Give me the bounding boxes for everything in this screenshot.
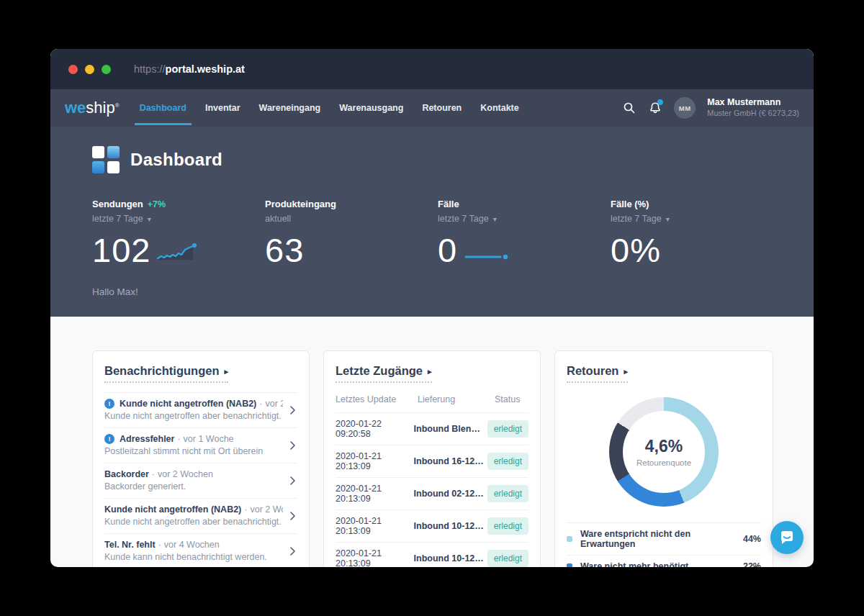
notification-time: vor 2 Wochen bbox=[158, 469, 213, 479]
notifications-card-title[interactable]: Benachrichtigungen bbox=[104, 364, 228, 383]
table-row[interactable]: 2020-01-21 20:13:09 Inbound 10-12-20… er… bbox=[336, 543, 528, 567]
page-title: Dashboard bbox=[130, 150, 222, 170]
notifications-list: Kunde nicht angetroffen (NAB2)·vor 2 Stu… bbox=[104, 392, 297, 567]
list-item[interactable]: Kunde nicht angetroffen (NAB2)·vor 2 Stu… bbox=[104, 393, 297, 428]
col-header-delivery: Lieferung bbox=[418, 394, 492, 404]
nav-item-retouren[interactable]: Retouren bbox=[422, 103, 462, 113]
window-controls bbox=[68, 65, 111, 74]
notifications-bell-icon[interactable] bbox=[648, 101, 662, 115]
nav-item-inventar[interactable]: Inventar bbox=[205, 103, 240, 113]
legend-item: Ware nicht mehr benötigt 22% bbox=[567, 556, 761, 567]
stat-value: 102 bbox=[92, 233, 150, 267]
row-delivery: Inbound 16-12-20… bbox=[414, 456, 485, 466]
stat-faelle-prozent: Fälle (%) letzte 7 Tage 0% bbox=[611, 199, 783, 267]
stat-value: 63 bbox=[265, 233, 304, 267]
close-window-icon[interactable] bbox=[68, 65, 78, 74]
avatar[interactable]: MM bbox=[674, 97, 696, 119]
greeting-text: Hallo Max! bbox=[92, 286, 138, 297]
notification-time: vor 2 Stunden bbox=[265, 399, 283, 409]
donut-center-value: 4,6% bbox=[645, 437, 683, 456]
url-host: portal.weship.at bbox=[166, 63, 245, 75]
separator: · bbox=[152, 469, 155, 479]
separator: · bbox=[259, 399, 262, 409]
notification-title: Backorder bbox=[104, 469, 149, 479]
stat-sendungen: Sendungen+7% letzte 7 Tage 102 bbox=[92, 199, 265, 267]
row-delivery: Inbound 02-12-20… bbox=[414, 489, 485, 499]
stat-value: 0 bbox=[438, 233, 457, 267]
notification-time: vor 1 Woche bbox=[184, 434, 234, 444]
notification-desc: Backorder generiert. bbox=[104, 481, 283, 492]
maximize-window-icon[interactable] bbox=[102, 65, 111, 74]
donut-legend: Ware entspricht nicht den Erwartungen 44… bbox=[567, 522, 761, 567]
chat-bubble-icon bbox=[778, 529, 796, 546]
logo-registered-mark: ® bbox=[115, 102, 120, 109]
notifications-card: Benachrichtigungen Kunde nicht angetroff… bbox=[92, 350, 310, 567]
returns-card-title[interactable]: Retouren bbox=[567, 364, 628, 383]
recent-entries-card: Letzte Zugänge Letztes Update Lieferung … bbox=[323, 350, 541, 567]
legend-swatch bbox=[567, 536, 572, 542]
table-row[interactable]: 2020-01-21 20:13:09 Inbound 02-12-20… er… bbox=[336, 478, 528, 510]
row-delivery: Inbound 10-12-20… bbox=[414, 521, 485, 531]
chevron-right-icon bbox=[287, 510, 297, 522]
nav-item-wareneingang[interactable]: Wareneingang bbox=[259, 103, 321, 113]
navbar-right: MM Max Mustermann Muster GmbH (€ 6273,23… bbox=[622, 97, 799, 119]
status-badge: erledigt bbox=[487, 485, 528, 502]
list-item[interactable]: Backorder·vor 2 Wochen Backorder generie… bbox=[104, 463, 297, 499]
donut-center-label: Retourenquote bbox=[636, 458, 691, 467]
user-company: Muster GmbH (€ 6273,23) bbox=[707, 109, 799, 119]
faelle-sparkline bbox=[463, 241, 510, 264]
nav-menu: Dashboard Inventar Wareneingang Warenaus… bbox=[140, 103, 519, 113]
table-row[interactable]: 2020-01-21 20:13:09 Inbound 16-12-20… er… bbox=[336, 445, 528, 478]
status-badge: erledigt bbox=[487, 453, 528, 470]
legend-percent: 22% bbox=[743, 561, 761, 567]
alert-icon bbox=[104, 399, 114, 409]
minimize-window-icon[interactable] bbox=[85, 65, 94, 74]
list-item[interactable]: Kunde nicht angetroffen (NAB2)·vor 2 Woc… bbox=[104, 499, 297, 534]
stat-delta: +7% bbox=[148, 199, 166, 209]
row-update: 2020-01-22 09:20:58 bbox=[336, 419, 414, 439]
row-update: 2020-01-21 20:13:09 bbox=[336, 548, 414, 567]
dashboard-grid-icon bbox=[92, 146, 120, 173]
weship-logo[interactable]: weship® bbox=[65, 99, 120, 117]
nav-item-warenausgang[interactable]: Warenausgang bbox=[339, 103, 403, 113]
table-row[interactable]: 2020-01-22 09:20:58 Inbound Blender… erl… bbox=[336, 413, 528, 445]
alert-icon bbox=[104, 434, 114, 444]
logo-part-ship: ship bbox=[86, 99, 114, 117]
page-head: Dashboard bbox=[92, 146, 222, 173]
hero-section: Dashboard Sendungen+7% letzte 7 Tage 102… bbox=[50, 127, 814, 317]
table-header: Letztes Update Lieferung Status bbox=[336, 394, 528, 413]
col-header-update: Letztes Update bbox=[336, 394, 418, 404]
legend-label: Ware nicht mehr benötigt bbox=[580, 561, 743, 567]
stat-period-dropdown[interactable]: letzte 7 Tage bbox=[438, 214, 611, 224]
stat-label: Fälle (%) bbox=[611, 199, 649, 209]
user-name: Max Mustermann bbox=[707, 97, 799, 109]
notification-desc: Postleitzahl stimmt nicht mit Ort überei… bbox=[104, 446, 283, 456]
stat-period-dropdown[interactable]: letzte 7 Tage bbox=[92, 214, 265, 224]
notification-title: Kunde nicht angetroffen (NAB2) bbox=[104, 504, 241, 515]
notification-time: vor 2 Wochen bbox=[250, 504, 283, 515]
nav-item-dashboard[interactable]: Dashboard bbox=[140, 103, 186, 113]
row-update: 2020-01-21 20:13:09 bbox=[336, 484, 414, 504]
search-icon[interactable] bbox=[622, 101, 636, 115]
stat-period-dropdown[interactable]: letzte 7 Tage bbox=[611, 214, 783, 224]
notification-title: Adressfehler bbox=[120, 434, 174, 444]
chevron-right-icon bbox=[287, 404, 297, 416]
table-row[interactable]: 2020-01-21 20:13:09 Inbound 10-12-20… er… bbox=[336, 510, 528, 543]
col-header-status: Status bbox=[492, 394, 528, 404]
status-badge: erledigt bbox=[487, 550, 528, 567]
separator: · bbox=[244, 504, 247, 515]
recent-entries-card-title[interactable]: Letzte Zugänge bbox=[336, 364, 432, 383]
list-item[interactable]: Tel. Nr. fehlt·vor 4 Wochen Kunde kann n… bbox=[104, 534, 297, 567]
legend-percent: 44% bbox=[743, 534, 761, 544]
notification-title: Kunde nicht angetroffen (NAB2) bbox=[120, 399, 256, 409]
list-item[interactable]: Adressfehler·vor 1 Woche Postleitzahl st… bbox=[104, 428, 297, 463]
legend-item: Ware entspricht nicht den Erwartungen 44… bbox=[567, 523, 761, 556]
browser-window: https://portal.weship.at weship® Dashboa… bbox=[50, 49, 814, 567]
donut-center: 4,6% Retourenquote bbox=[609, 397, 719, 507]
nav-item-kontakte[interactable]: Kontakte bbox=[480, 103, 518, 113]
user-meta[interactable]: Max Mustermann Muster GmbH (€ 6273,23) bbox=[707, 97, 799, 118]
separator: · bbox=[158, 540, 161, 550]
address-bar[interactable]: https://portal.weship.at bbox=[134, 63, 245, 75]
notification-desc: Kunde nicht angetroffen aber benachricht… bbox=[104, 517, 283, 527]
chat-widget-button[interactable] bbox=[770, 521, 804, 554]
